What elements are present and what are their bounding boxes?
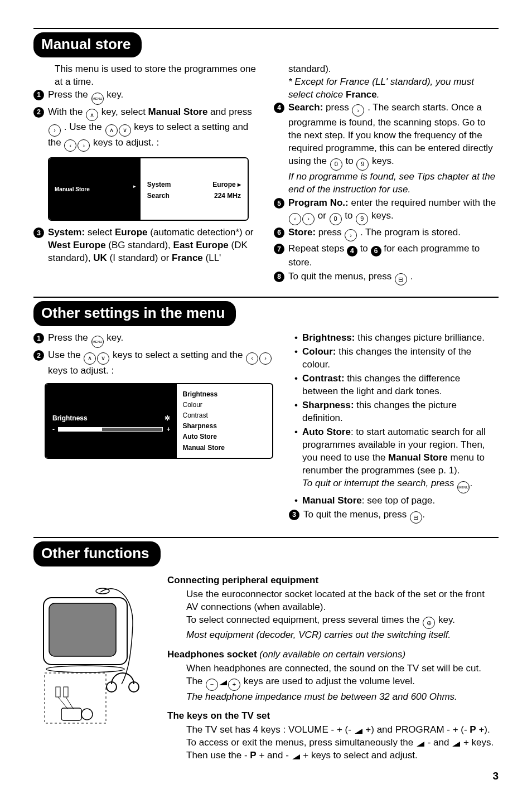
bullet-manual-store: Manual Store: see top of page. [294, 495, 499, 507]
hp-note: The headphone impedance must be between … [186, 691, 499, 704]
step-3: 3 System: select Europe (automatic detec… [33, 226, 258, 265]
s3a: System: [48, 227, 85, 238]
step-marker-1: 1 [33, 333, 44, 343]
step-marker-3: 3 [33, 227, 44, 238]
step-2-g: keys to adjust. : [93, 137, 159, 148]
step-marker-7: 7 [274, 244, 284, 254]
tk1a: The TV set has 4 keys : VOLUME - + (- [186, 724, 354, 735]
os2b: keys to select a setting and the [113, 350, 245, 360]
osd-slider [58, 427, 163, 432]
os-step-2: 2 Use the ∧∨ keys to select a setting an… [33, 349, 273, 377]
s3g: East Europe [173, 240, 229, 250]
step-marker-3: 3 [289, 510, 299, 520]
hh-a: Headphones socket [167, 649, 257, 660]
osd-plus: + [166, 425, 170, 434]
s3k: France [172, 253, 203, 263]
osd-opt-auto-store: Auto Store [182, 432, 267, 441]
s3d: (automatic detection*) or [150, 227, 253, 238]
other-settings-columns: 1 Press the MENU key. 2 Use the ∧∨ keys … [33, 332, 499, 525]
tk2a: To access or exit the menus, press simul… [186, 737, 416, 748]
av-key-icon: ⊕ [423, 617, 435, 629]
step-marker-6: 6 [274, 227, 284, 238]
s3e: West Europe [48, 240, 106, 250]
svg-rect-9 [56, 687, 60, 697]
step-2-c: Manual Store [148, 106, 208, 117]
osd-arrow-icon: ▸ [133, 183, 136, 190]
osd-opt-manual-store: Manual Store [182, 443, 267, 452]
step-5: 5 Program No.: enter the required number… [274, 197, 499, 225]
os-step-1: 1 Press the MENU key. [33, 332, 273, 348]
tk2d: P [250, 750, 256, 761]
step-1-text-a: Press the [48, 89, 91, 100]
step-6: 6 Store: press › . The program is stored… [274, 226, 499, 241]
connecting-t2: To select connected equipment, press sev… [186, 614, 499, 629]
bm-b: : see top of page. [362, 495, 435, 506]
ref-marker-6: 6 [371, 246, 381, 256]
s6a: Store: [288, 227, 316, 238]
osd-brightness: Brightness ✲ - + Brightness Colour Contr… [45, 383, 273, 459]
plus-key-icon: + [228, 679, 240, 691]
tv-svg-icon [33, 575, 156, 732]
bco-a: Contrast: [302, 373, 345, 384]
os2c: keys to adjust. : [48, 365, 114, 376]
section-title-other-settings: Other settings in the menu [33, 301, 236, 326]
tk-line2: To access or exit the menus, press simul… [186, 737, 499, 762]
step-7: 7 Repeat steps 4 to 6 for each programme… [274, 243, 499, 269]
osd2-left-panel: Brightness ✲ - + [46, 384, 177, 458]
list-key-icon: ⊟ [410, 511, 422, 524]
os1a: Press the [48, 332, 91, 343]
osd-right-panel: System Europe ▸ Search 224 MHz [141, 158, 248, 220]
rc-standard-cont: standard). [274, 63, 499, 76]
section-rule [33, 537, 499, 538]
bullet-sharpness: Sharpness: this changes the picture defi… [294, 399, 499, 425]
hh-b: (only available on certain versions) [257, 649, 405, 660]
s7b: to [360, 243, 371, 254]
left-key-icon: ‹ [64, 139, 76, 152]
right-key-icon: › [345, 229, 357, 241]
step-marker-8: 8 [274, 272, 284, 282]
osd-search-value: 224 MHz [212, 191, 241, 200]
volume-icon [417, 742, 424, 747]
osd-brightness-label: Brightness [52, 414, 88, 423]
step-4: 4 Search: press › . The search starts. O… [274, 101, 499, 196]
bb-b: this changes picture brilliance. [355, 332, 484, 343]
bs-a: Sharpness: [302, 400, 354, 410]
up-key-icon: ∧ [105, 124, 118, 137]
s5a: Program No.: [288, 197, 349, 208]
s8a: To quit the menus, press [288, 271, 394, 282]
svg-point-2 [46, 666, 124, 672]
right-key-icon: › [49, 124, 61, 137]
volume-icon [355, 729, 362, 734]
nine-key-icon: 9 [356, 213, 368, 225]
section-title-manual-store: Manual store [33, 32, 142, 57]
osd-opt-colour: Colour [182, 400, 267, 409]
right-key-icon: › [78, 139, 90, 152]
step-marker-1: 1 [33, 90, 44, 100]
right-key-icon: › [259, 352, 272, 365]
ba-a: Auto Store [302, 427, 351, 437]
tk1d: +). [476, 724, 490, 735]
s3l: (LL' [206, 253, 221, 263]
osd-system-value: Europe ▸ [212, 180, 241, 189]
connecting-note: Most equipment (decoder, VCR) carries ou… [186, 629, 499, 642]
bc-a: Colour: [302, 346, 336, 357]
section-rule [33, 28, 499, 29]
s6b: press [318, 227, 344, 238]
down-key-icon: ∨ [97, 352, 109, 365]
svg-rect-1 [49, 603, 116, 656]
manual-store-intro: This menu is used to store the programme… [33, 63, 258, 89]
os3a: To quit the menus, press [303, 509, 409, 520]
osd-star-icon: ✲ [165, 414, 170, 423]
tk2f: + keys to select and adjust. [301, 750, 418, 761]
s4f: If no programme is found, see Tips chapt… [288, 171, 499, 196]
step-8: 8 To quit the menus, press ⊟ . [274, 270, 499, 285]
bullet-brightness: Brightness: this changes picture brillia… [294, 332, 499, 345]
osd-opt-contrast: Contrast [182, 411, 267, 420]
osd-left-label: Manual Store [55, 186, 90, 193]
step-marker-5: 5 [274, 198, 284, 209]
tk1b: +) and PROGRAM - + (- [363, 724, 470, 735]
s8b: . [410, 271, 413, 282]
down-key-icon: ∨ [119, 124, 131, 137]
os2a: Use the [48, 350, 83, 360]
other-functions-row: Connecting peripheral equipment Use the … [33, 572, 499, 769]
